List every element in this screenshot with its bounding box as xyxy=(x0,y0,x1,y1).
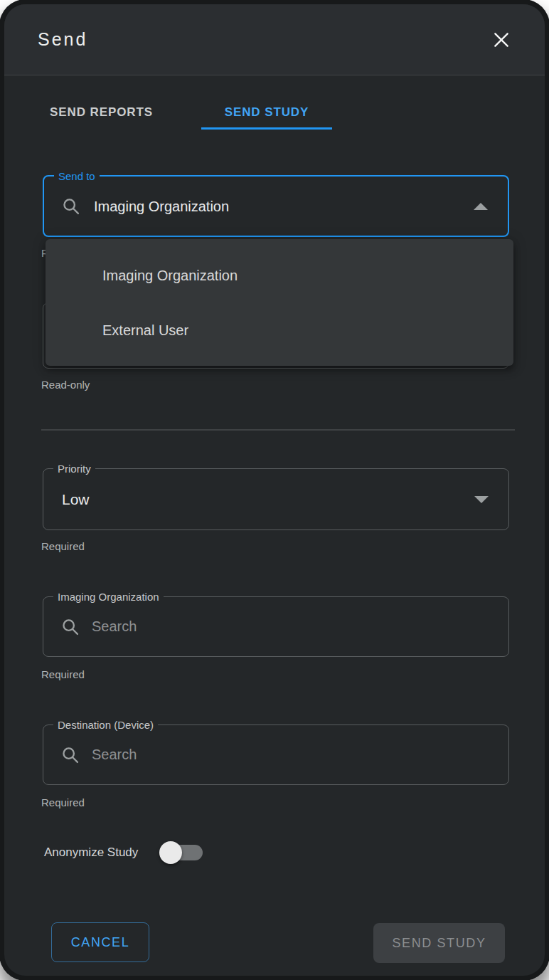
send-to-label: Send to xyxy=(54,169,100,183)
close-button[interactable] xyxy=(489,28,513,52)
priority-select[interactable]: Priority Low xyxy=(43,468,509,530)
send-dialog: Send SEND REPORTS SEND STUDY Send to Ima… xyxy=(4,4,545,976)
cancel-button[interactable]: CANCEL xyxy=(51,922,149,962)
anonymize-study-label: Anonymize Study xyxy=(44,845,138,860)
search-icon xyxy=(61,196,81,216)
active-tab-indicator xyxy=(201,127,332,130)
send-study-button[interactable]: SEND STUDY xyxy=(373,923,505,963)
read-only-helper: Read-only xyxy=(41,379,90,391)
search-icon xyxy=(60,745,80,765)
imaging-organization-field[interactable]: Imaging Organization xyxy=(43,596,509,657)
priority-value: Low xyxy=(62,491,90,508)
destination-device-search-input[interactable] xyxy=(92,725,466,784)
destination-device-field[interactable]: Destination (Device) xyxy=(43,725,509,785)
dialog-title: Send xyxy=(38,29,87,50)
destination-device-helper: Required xyxy=(41,796,85,808)
toggle-thumb xyxy=(159,841,182,864)
send-to-dropdown: Imaging Organization External User xyxy=(46,239,513,366)
page-background: Send SEND REPORTS SEND STUDY Send to Ima… xyxy=(0,0,549,980)
priority-label: Priority xyxy=(53,462,95,475)
option-imaging-organization[interactable]: Imaging Organization xyxy=(46,248,513,303)
tab-send-reports[interactable]: SEND REPORTS xyxy=(26,95,177,130)
tab-send-study[interactable]: SEND STUDY xyxy=(201,95,332,130)
dialog-header: Send xyxy=(4,4,545,75)
anonymize-study-toggle[interactable] xyxy=(161,837,204,868)
imaging-organization-helper: Required xyxy=(41,668,85,680)
search-icon xyxy=(60,617,80,637)
chevron-up-icon[interactable] xyxy=(474,203,488,210)
chevron-down-icon[interactable] xyxy=(474,496,489,503)
priority-helper: Required xyxy=(41,540,85,552)
option-external-user[interactable]: External User xyxy=(46,303,513,358)
send-to-select[interactable]: Send to Imaging Organization xyxy=(43,175,509,237)
send-to-value: Imaging Organization xyxy=(94,198,229,214)
section-divider xyxy=(41,429,515,431)
close-icon xyxy=(492,31,511,49)
imaging-organization-search-input[interactable] xyxy=(92,597,466,656)
